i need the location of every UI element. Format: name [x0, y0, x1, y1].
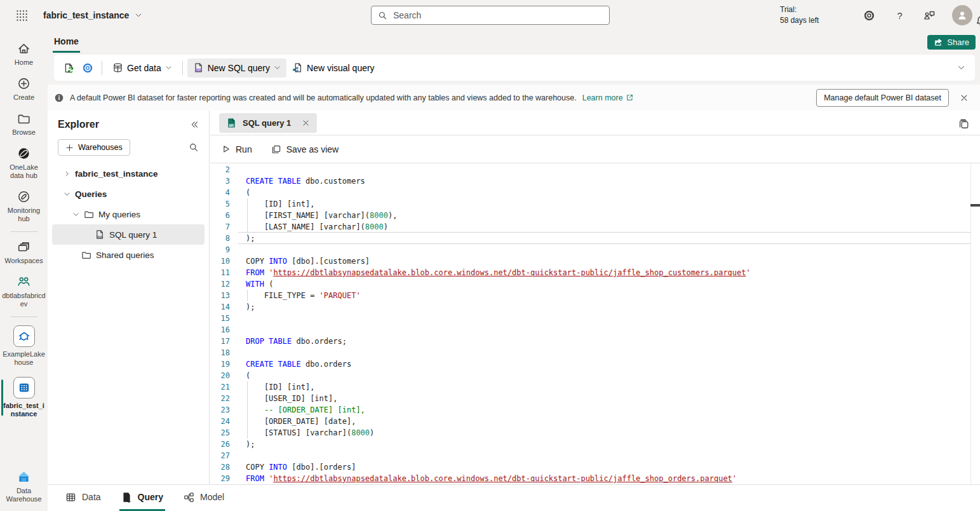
line-number: 22 — [210, 394, 238, 403]
code-line-24[interactable]: 24 [ORDER_DATE] [date], — [210, 416, 980, 427]
code-line-22[interactable]: 22 [USER_ID] [int], — [210, 393, 980, 404]
copy-button[interactable] — [955, 116, 972, 132]
tab-home[interactable]: Home — [53, 32, 80, 53]
code-line-29[interactable]: 29FROM 'https://dbtlabsynapsedatalake.bl… — [210, 473, 980, 484]
sidebar-item-label: ExampleLakehouse — [2, 350, 46, 367]
code-line-16[interactable]: 16 — [210, 324, 980, 336]
explorer-search-button[interactable] — [189, 142, 199, 153]
tab-query[interactable]: Query — [119, 485, 165, 511]
feedback-button[interactable] — [919, 5, 939, 25]
sidebar-item-workspace-dbtlabsfabricdev[interactable]: dbtlabsfabricdev — [0, 270, 48, 313]
tree-queries[interactable]: Queries — [48, 184, 209, 204]
sql-file-icon: SQL — [226, 118, 237, 128]
querydoc-icon — [121, 492, 132, 503]
account-avatar[interactable] — [952, 5, 972, 25]
line-number: 5 — [210, 200, 238, 208]
view-tab-label: Model — [200, 492, 224, 502]
code-line-10[interactable]: 10COPY INTO [dbo].[customers] — [210, 256, 980, 267]
code-line-5[interactable]: 5 [ID] [int], — [210, 198, 980, 210]
explorer-collapse-button[interactable] — [190, 120, 199, 129]
code-line-14[interactable]: 14); — [210, 301, 980, 313]
workspace-switcher[interactable]: fabric_test_instance — [43, 10, 142, 20]
code-text: WITH ( — [238, 280, 273, 289]
sidebar-item-create[interactable]: Create — [0, 72, 48, 107]
code-line-18[interactable]: 18 — [210, 347, 980, 358]
chevron-down-icon[interactable] — [64, 191, 70, 198]
sidebar-item-data-warehouse[interactable]: Data Warehouse — [0, 465, 48, 508]
lakehouse-tile-frame — [13, 325, 35, 347]
dataset-settings-button[interactable] — [78, 59, 97, 77]
code-line-2[interactable]: 2 — [210, 164, 980, 175]
manage-default-dataset-button[interactable]: Manage default Power BI dataset — [816, 89, 949, 107]
sidebar-item-onelake-data-hub[interactable]: OneLake data hub — [0, 142, 48, 185]
code-line-17[interactable]: 17DROP TABLE dbo.orders; — [210, 336, 980, 347]
code-line-25[interactable]: 25 [STATUS] [varchar](8000) — [210, 427, 980, 439]
waffle-icon — [16, 10, 27, 21]
code-line-21[interactable]: 21 [ID] [int], — [210, 381, 980, 393]
save-as-view-button[interactable]: Save as view — [271, 144, 339, 154]
banner-close-button[interactable] — [955, 88, 974, 107]
refresh-document-icon — [63, 62, 74, 74]
sidebar-item-home[interactable]: Home — [0, 37, 48, 72]
toolbar-collapse-button[interactable] — [952, 59, 970, 77]
code-line-20[interactable]: 20( — [210, 370, 980, 381]
chevron-right-icon[interactable] — [64, 170, 70, 177]
code-line-12[interactable]: 12WITH ( — [210, 278, 980, 290]
line-number: 12 — [210, 280, 238, 289]
line-number: 19 — [210, 360, 238, 369]
code-line-8[interactable]: 8); — [210, 233, 980, 244]
new-visual-query-button[interactable]: New visual query — [286, 58, 380, 78]
code-line-27[interactable]: 27 — [210, 450, 980, 461]
search-icon — [378, 11, 387, 20]
tree-sql-query-1[interactable]: SQLSQL query 1 — [52, 224, 205, 245]
tree-item-label: fabric_test_instance — [75, 169, 158, 179]
search-input[interactable]: Search — [371, 6, 610, 25]
refresh-dataset-button[interactable] — [59, 59, 78, 77]
tab-data[interactable]: Data — [64, 485, 103, 511]
sidebar-item-browse[interactable]: Browse — [0, 107, 48, 142]
help-button[interactable]: ? — [889, 5, 910, 25]
code-text: ); — [238, 234, 255, 243]
add-warehouses-button[interactable]: Warehouses — [58, 139, 130, 156]
code-line-13[interactable]: 13 FILE_TYPE = 'PARQUET' — [210, 290, 980, 301]
editor-scrollbar[interactable] — [970, 163, 980, 484]
query-tab[interactable]: SQL SQL query 1 — [219, 113, 317, 133]
sidebar-item-label: fabric_test_instance — [2, 402, 46, 418]
settings-button[interactable] — [859, 5, 879, 25]
code-line-26[interactable]: 26); — [210, 439, 980, 450]
code-line-28[interactable]: 28COPY INTO [dbo].[orders] — [210, 461, 980, 473]
code-text: COPY INTO [dbo].[customers] — [238, 257, 370, 266]
workspaces-icon — [17, 240, 30, 254]
sidebar-item-item-fabric-test-instance[interactable]: fabric_test_instance — [0, 372, 48, 423]
code-line-7[interactable]: 7 [LAST_NAME] [varchar](8000) — [210, 221, 980, 233]
chevron-down-icon[interactable] — [72, 211, 79, 218]
line-number: 6 — [210, 211, 238, 220]
svg-text:SQL: SQL — [97, 235, 103, 238]
code-line-11[interactable]: 11FROM 'https://dbtlabsynapsedatalake.bl… — [210, 267, 980, 278]
code-line-19[interactable]: 19CREATE TABLE dbo.orders — [210, 358, 980, 370]
tree-shared-queries[interactable]: Shared queries — [48, 245, 209, 265]
tab-model[interactable]: Model — [182, 485, 226, 511]
code-line-9[interactable]: 9 — [210, 244, 980, 256]
learn-more-link[interactable]: Learn more — [582, 93, 634, 102]
get-data-button[interactable]: Get data — [107, 58, 178, 78]
code-line-3[interactable]: 3CREATE TABLE dbo.customers — [210, 175, 980, 187]
tree-my-queries[interactable]: My queries — [48, 204, 209, 224]
sidebar-item-item-examplelakehouse[interactable]: ExampleLakehouse — [0, 320, 48, 372]
tree-fabric-test-instance[interactable]: fabric_test_instance — [48, 163, 209, 184]
query-tab-close-button[interactable] — [302, 119, 310, 127]
code-line-6[interactable]: 6 [FIRST_NAME] [varchar](8000), — [210, 210, 980, 221]
code-line-23[interactable]: 23 -- [ORDER_DATE] [int], — [210, 404, 980, 416]
sidebar-item-monitoring-hub[interactable]: Monitoring hub — [0, 185, 48, 228]
query-tab-strip: SQL SQL query 1 — [210, 111, 980, 135]
sidebar-item-workspaces[interactable]: Workspaces — [0, 235, 48, 270]
code-line-4[interactable]: 4( — [210, 187, 980, 198]
sql-code-editor[interactable]: 23CREATE TABLE dbo.customers4(5 [ID] [in… — [210, 163, 980, 484]
new-sql-query-button[interactable]: SQL New SQL query — [187, 58, 286, 78]
share-button[interactable]: Share — [927, 35, 976, 50]
app-launcher-button[interactable] — [0, 0, 43, 31]
code-line-15[interactable]: 15 — [210, 313, 980, 324]
code-text: [ORDER_DATE] [date], — [238, 417, 356, 426]
sql-document-icon: SQL — [193, 62, 204, 73]
run-button[interactable]: Run — [221, 144, 252, 154]
